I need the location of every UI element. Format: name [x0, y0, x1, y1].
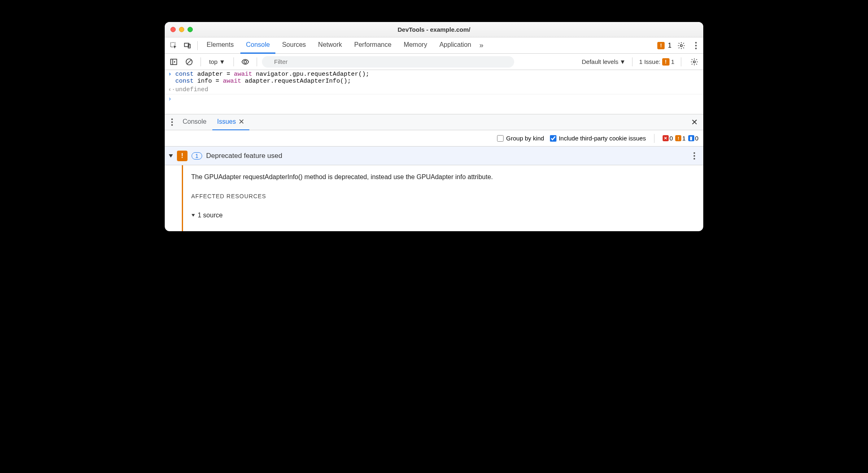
- tab-elements[interactable]: Elements: [201, 37, 240, 54]
- clear-console-icon[interactable]: [183, 55, 196, 68]
- svg-line-7: [187, 60, 191, 64]
- tab-performance[interactable]: Performance: [349, 37, 397, 54]
- warning-badge-icon[interactable]: !: [657, 42, 665, 49]
- svg-point-9: [694, 61, 696, 63]
- separator: [257, 57, 257, 66]
- separator: [201, 57, 201, 66]
- warning-count[interactable]: !1: [675, 135, 685, 142]
- inspect-element-icon[interactable]: [167, 39, 180, 52]
- issues-filter-row: Group by kind Include third-party cookie…: [165, 130, 703, 147]
- close-drawer-icon[interactable]: ✕: [688, 116, 701, 129]
- drawer-tabstrip: Console Issues ✕ ✕: [165, 114, 703, 130]
- console-result-row: ‹· undefined: [165, 85, 703, 94]
- svg-point-3: [680, 44, 683, 46]
- issue-menu-icon[interactable]: [689, 152, 699, 160]
- tab-memory[interactable]: Memory: [398, 37, 433, 54]
- info-badge-icon: ▮: [688, 135, 694, 141]
- issue-count-pill: 1: [192, 152, 202, 160]
- more-options-icon[interactable]: [691, 42, 701, 49]
- chevron-down-icon: ▼: [619, 58, 626, 65]
- separator: [197, 41, 198, 50]
- toggle-sidebar-icon[interactable]: [167, 55, 180, 68]
- console-toolbar-right: Default levels ▼ 1 Issue: ! 1: [582, 55, 701, 68]
- prompt-icon: ›: [168, 71, 175, 85]
- log-levels-selector[interactable]: Default levels ▼: [582, 58, 626, 65]
- tab-console[interactable]: Console: [240, 37, 276, 54]
- separator: [681, 57, 681, 66]
- separator: [632, 57, 632, 66]
- gear-icon[interactable]: [675, 39, 688, 52]
- source-count: 1 source: [198, 212, 222, 219]
- svg-rect-4: [171, 59, 177, 64]
- result-icon: ‹·: [168, 86, 175, 93]
- console-toolbar: top ▼ Default levels ▼ 1 Issue: ! 1: [165, 54, 703, 70]
- console-output: › const adapter = await navigator.gpu.re…: [165, 70, 703, 114]
- filter-input[interactable]: [262, 56, 514, 68]
- drawer-right: ✕: [688, 116, 701, 129]
- separator: [654, 134, 654, 143]
- issue-title: Deprecated feature used: [206, 152, 282, 160]
- close-icon[interactable]: ✕: [238, 117, 244, 126]
- console-prompt[interactable]: ›: [165, 94, 703, 114]
- gear-icon[interactable]: [688, 55, 701, 68]
- checkbox-label: Include third-party cookie issues: [559, 135, 646, 142]
- context-selector[interactable]: top ▼: [206, 56, 229, 68]
- error-badge-icon: ✕: [663, 135, 669, 141]
- issues-link[interactable]: 1 Issue: ! 1: [639, 58, 674, 66]
- issue-body: The GPUAdapter requestAdapterInfo() meth…: [165, 165, 703, 231]
- source-line[interactable]: 1 source: [191, 212, 695, 219]
- group-by-kind-checkbox[interactable]: Group by kind: [497, 135, 544, 142]
- issues-label: 1 Issue:: [639, 58, 661, 65]
- devtools-window: DevTools - example.com/ Elements Console…: [165, 22, 703, 231]
- console-input-row[interactable]: › const adapter = await navigator.gpu.re…: [165, 70, 703, 85]
- warning-count: 1: [668, 42, 672, 49]
- main-toolbar: Elements Console Sources Network Perform…: [165, 37, 703, 54]
- checkbox-label: Group by kind: [506, 135, 544, 142]
- context-label: top: [209, 58, 218, 65]
- issue-content: The GPUAdapter requestAdapterInfo() meth…: [183, 165, 703, 231]
- tab-sources[interactable]: Sources: [276, 37, 312, 54]
- drawer-more-icon[interactable]: [167, 118, 177, 126]
- issues-count: 1: [671, 58, 674, 65]
- info-count[interactable]: ▮0: [688, 135, 698, 142]
- expand-toggle-icon[interactable]: [169, 154, 173, 158]
- tab-application[interactable]: Application: [434, 37, 477, 54]
- titlebar: DevTools - example.com/: [165, 22, 703, 37]
- levels-label: Default levels: [582, 58, 618, 65]
- issue-header[interactable]: ! 1 Deprecated feature used: [165, 147, 703, 165]
- drawer-tab-console[interactable]: Console: [178, 114, 212, 130]
- chevron-down-icon: ▼: [219, 58, 225, 65]
- result-text: undefined: [175, 86, 208, 93]
- warning-badge-icon: !: [177, 151, 188, 161]
- filter-wrap: [262, 56, 514, 68]
- drawer-tab-label: Issues: [217, 118, 236, 125]
- thirdparty-checkbox[interactable]: Include third-party cookie issues: [550, 135, 646, 142]
- issue-description: The GPUAdapter requestAdapterInfo() meth…: [191, 173, 695, 181]
- warning-badge-icon: !: [662, 58, 670, 66]
- more-tabs-icon[interactable]: »: [478, 41, 485, 50]
- affected-resources-heading: AFFECTED RESOURCES: [191, 193, 695, 199]
- drawer-tab-issues[interactable]: Issues ✕: [212, 114, 249, 130]
- separator: [233, 57, 234, 66]
- device-toolbar-icon[interactable]: [181, 39, 194, 52]
- error-count[interactable]: ✕0: [663, 135, 673, 142]
- tab-network[interactable]: Network: [312, 37, 348, 54]
- checkbox-input[interactable]: [550, 135, 556, 142]
- svg-point-8: [244, 60, 246, 63]
- window-title: DevTools - example.com/: [165, 26, 703, 33]
- live-expression-icon[interactable]: [239, 55, 252, 68]
- issue-counts: ✕0 !1 ▮0: [663, 135, 698, 142]
- toolbar-right: ! 1: [657, 39, 701, 52]
- checkbox-input[interactable]: [497, 135, 504, 142]
- expand-toggle-icon[interactable]: [192, 214, 195, 217]
- warning-badge-icon: !: [675, 135, 681, 141]
- code-line: const adapter = await navigator.gpu.requ…: [175, 71, 369, 85]
